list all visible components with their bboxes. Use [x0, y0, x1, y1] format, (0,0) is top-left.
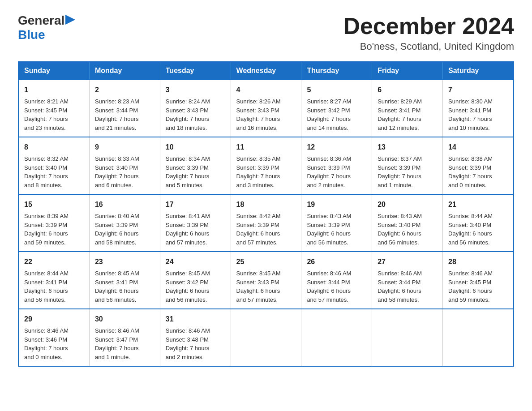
calendar-cell: 25Sunrise: 8:45 AMSunset: 3:43 PMDayligh…: [231, 252, 301, 309]
table-row: 29Sunrise: 8:46 AMSunset: 3:46 PMDayligh…: [18, 309, 514, 366]
calendar-cell: 4Sunrise: 8:26 AMSunset: 3:43 PMDaylight…: [231, 80, 301, 137]
day-info-text: and 16 minutes.: [236, 124, 296, 133]
day-info-text: Daylight: 6 hours: [236, 287, 296, 295]
day-info-text: Sunrise: 8:45 AM: [236, 269, 296, 278]
calendar-cell: 29Sunrise: 8:46 AMSunset: 3:46 PMDayligh…: [18, 309, 89, 366]
header-wednesday: Wednesday: [231, 62, 301, 80]
calendar-cell: 19Sunrise: 8:43 AMSunset: 3:39 PMDayligh…: [301, 194, 372, 252]
day-info-text: and 59 minutes.: [24, 238, 84, 247]
day-info-text: Sunset: 3:39 PM: [236, 163, 296, 172]
day-info-text: and 3 minutes.: [236, 181, 296, 190]
day-info-text: and 56 minutes.: [378, 238, 437, 247]
day-info-text: Sunset: 3:42 PM: [307, 106, 366, 115]
calendar-header-row: Sunday Monday Tuesday Wednesday Thursday…: [18, 62, 514, 80]
day-info-text: Daylight: 6 hours: [378, 229, 437, 238]
day-info-text: Sunrise: 8:43 AM: [307, 212, 366, 221]
day-info-text: Sunset: 3:39 PM: [95, 221, 154, 230]
header-friday: Friday: [372, 62, 443, 80]
calendar-cell: 15Sunrise: 8:39 AMSunset: 3:39 PMDayligh…: [18, 194, 89, 252]
calendar-cell: 27Sunrise: 8:46 AMSunset: 3:44 PMDayligh…: [372, 252, 443, 309]
logo-arrow-icon: [65, 15, 75, 25]
header-sunday: Sunday: [18, 62, 89, 80]
day-info-text: Sunrise: 8:45 AM: [95, 269, 154, 278]
day-info-text: Daylight: 7 hours: [166, 344, 225, 353]
day-number: 13: [378, 142, 437, 153]
calendar-cell: 5Sunrise: 8:27 AMSunset: 3:42 PMDaylight…: [301, 80, 372, 137]
day-info-text: Sunrise: 8:29 AM: [378, 97, 437, 106]
day-info-text: and 56 minutes.: [166, 295, 225, 304]
day-info-text: Sunset: 3:46 PM: [24, 335, 84, 344]
day-number: 31: [166, 314, 225, 325]
day-info-text: Sunset: 3:44 PM: [95, 106, 154, 115]
month-year-heading: December 2024: [343, 13, 514, 39]
day-info-text: and 6 minutes.: [95, 181, 154, 190]
header-tuesday: Tuesday: [160, 62, 231, 80]
day-number: 2: [95, 85, 154, 95]
day-number: 18: [236, 199, 296, 210]
day-number: 17: [166, 199, 225, 210]
day-number: 5: [307, 85, 366, 95]
day-info-text: Sunrise: 8:35 AM: [236, 154, 296, 163]
calendar-cell: [301, 309, 372, 366]
day-info-text: Sunrise: 8:38 AM: [448, 154, 508, 163]
day-info-text: Sunrise: 8:32 AM: [24, 154, 84, 163]
day-number: 11: [236, 142, 296, 153]
day-number: 6: [378, 85, 437, 95]
day-info-text: Sunset: 3:44 PM: [378, 278, 437, 287]
day-info-text: Daylight: 6 hours: [24, 287, 84, 295]
day-info-text: and 23 minutes.: [24, 124, 84, 133]
day-info-text: Sunset: 3:39 PM: [166, 163, 225, 172]
table-row: 1Sunrise: 8:21 AMSunset: 3:45 PMDaylight…: [18, 80, 514, 137]
day-info-text: Sunrise: 8:37 AM: [378, 154, 437, 163]
day-info-text: Sunrise: 8:33 AM: [95, 154, 154, 163]
day-number: 16: [95, 199, 154, 210]
calendar-cell: 8Sunrise: 8:32 AMSunset: 3:40 PMDaylight…: [18, 137, 89, 194]
calendar-table: Sunday Monday Tuesday Wednesday Thursday…: [18, 61, 514, 367]
day-info-text: and 21 minutes.: [95, 124, 154, 133]
day-number: 24: [166, 257, 225, 267]
day-info-text: Sunrise: 8:40 AM: [95, 212, 154, 221]
day-info-text: Daylight: 7 hours: [95, 172, 154, 181]
day-info-text: Sunset: 3:40 PM: [24, 163, 84, 172]
calendar-cell: 24Sunrise: 8:45 AMSunset: 3:42 PMDayligh…: [160, 252, 231, 309]
calendar-cell: 2Sunrise: 8:23 AMSunset: 3:44 PMDaylight…: [89, 80, 160, 137]
header-saturday: Saturday: [443, 62, 514, 80]
day-info-text: Daylight: 6 hours: [307, 229, 366, 238]
day-info-text: Daylight: 7 hours: [95, 115, 154, 124]
day-info-text: and 0 minutes.: [448, 181, 508, 190]
calendar-cell: [231, 309, 301, 366]
day-info-text: and 58 minutes.: [95, 238, 154, 247]
day-info-text: Sunset: 3:39 PM: [378, 163, 437, 172]
day-info-text: and 59 minutes.: [448, 295, 508, 304]
day-info-text: Sunrise: 8:41 AM: [166, 212, 225, 221]
day-info-text: Daylight: 6 hours: [448, 229, 508, 238]
day-number: 27: [378, 257, 437, 267]
calendar-cell: 9Sunrise: 8:33 AMSunset: 3:40 PMDaylight…: [89, 137, 160, 194]
day-info-text: Sunset: 3:39 PM: [448, 163, 508, 172]
day-info-text: and 1 minute.: [95, 353, 154, 362]
day-number: 9: [95, 142, 154, 153]
day-info-text: Sunrise: 8:24 AM: [166, 97, 225, 106]
day-info-text: and 14 minutes.: [307, 124, 366, 133]
day-info-text: Sunset: 3:45 PM: [24, 106, 84, 115]
location-label: Bo'ness, Scotland, United Kingdom: [343, 41, 514, 52]
day-number: 22: [24, 257, 84, 267]
day-info-text: and 0 minutes.: [24, 353, 84, 362]
day-info-text: Daylight: 6 hours: [95, 287, 154, 295]
day-info-text: Sunset: 3:40 PM: [378, 221, 437, 230]
day-info-text: and 57 minutes.: [307, 295, 366, 304]
day-number: 3: [166, 85, 225, 95]
day-info-text: Daylight: 6 hours: [448, 287, 508, 295]
day-info-text: Daylight: 7 hours: [448, 115, 508, 124]
calendar-cell: 26Sunrise: 8:46 AMSunset: 3:44 PMDayligh…: [301, 252, 372, 309]
day-info-text: and 10 minutes.: [448, 124, 508, 133]
day-info-text: Sunset: 3:43 PM: [236, 106, 296, 115]
day-info-text: and 18 minutes.: [166, 124, 225, 133]
day-info-text: Daylight: 7 hours: [24, 344, 84, 353]
logo-blue-text: Blue: [18, 28, 45, 42]
day-info-text: and 57 minutes.: [236, 295, 296, 304]
day-info-text: Daylight: 6 hours: [307, 287, 366, 295]
day-info-text: Sunrise: 8:27 AM: [307, 97, 366, 106]
calendar-cell: 13Sunrise: 8:37 AMSunset: 3:39 PMDayligh…: [372, 137, 443, 194]
day-number: 28: [448, 257, 508, 267]
